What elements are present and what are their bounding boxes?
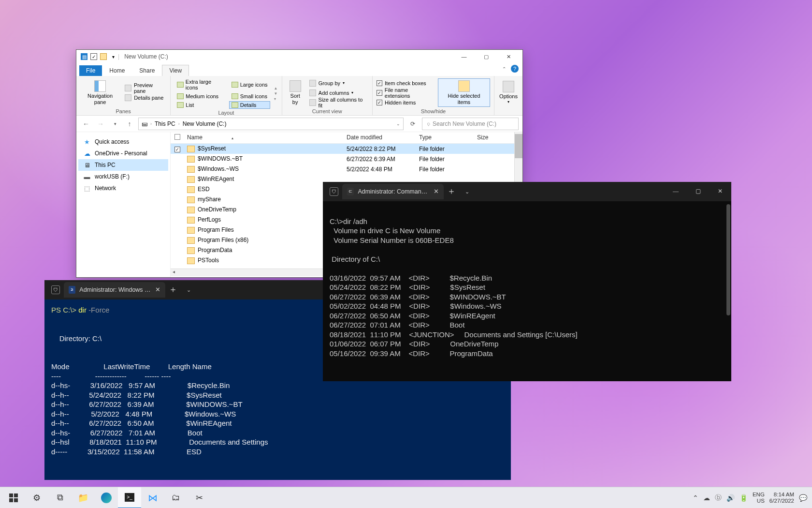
- col-name[interactable]: Name: [183, 134, 343, 141]
- nav-item-label: This PC: [95, 162, 116, 168]
- minimize-button[interactable]: —: [665, 182, 687, 201]
- search-box[interactable]: ⌕ Search New Volume (C:): [422, 118, 519, 130]
- file-row[interactable]: $Windows.~WS 5/2/2022 4:48 PMFile folder: [171, 164, 514, 174]
- cmd-window: ⛉ c: Administrator: Command Pror ✕ ＋ ⌄ —…: [323, 182, 731, 381]
- close-button[interactable]: ✕: [497, 50, 520, 63]
- file-row[interactable]: $WINDOWS.~BT 6/27/2022 6:39 AMFile folde…: [171, 154, 514, 164]
- folder-icon: [187, 247, 195, 254]
- folder-icon: [187, 156, 195, 163]
- nav-item[interactable]: ⬚Network: [78, 182, 168, 194]
- titlebar[interactable]: ▤ ✓ ▾ | New Volume (C:) — ▢ ✕: [76, 50, 522, 63]
- system-tray[interactable]: ⌃ ☁ ⓑ 🔊 🔋 ENGUS 8:14 AM6/27/2022 💬: [693, 492, 810, 504]
- breadcrumb-vol[interactable]: New Volume (C:): [183, 120, 227, 127]
- start-button[interactable]: [2, 487, 25, 508]
- nav-item[interactable]: 🖥This PC: [78, 159, 168, 171]
- recent-dropdown[interactable]: ▾: [109, 118, 121, 130]
- select-all-checkbox[interactable]: [174, 134, 180, 140]
- tab-home[interactable]: Home: [102, 65, 132, 76]
- ribbon-collapse-icon[interactable]: ⌃: [502, 66, 506, 72]
- gallery-down-icon[interactable]: ▼: [274, 91, 278, 96]
- col-size[interactable]: Size: [473, 134, 502, 141]
- powershell-icon: ≥: [69, 286, 75, 294]
- hide-selected-button[interactable]: Hide selected items: [438, 78, 490, 106]
- explorer-taskbar-icon[interactable]: 🗂: [164, 487, 188, 508]
- nav-item-label: Quick access: [95, 138, 129, 145]
- shield-icon: ⛉: [51, 285, 60, 294]
- settings-icon[interactable]: ⚙: [25, 487, 48, 508]
- tab-close-icon[interactable]: ✕: [434, 188, 439, 196]
- preview-pane-button[interactable]: Preview pane: [124, 84, 166, 92]
- edge-icon[interactable]: [95, 487, 118, 508]
- snip-icon[interactable]: ✂: [188, 487, 211, 508]
- volume-icon[interactable]: 🔊: [726, 494, 735, 502]
- new-tab-button[interactable]: ＋: [165, 282, 181, 298]
- up-button[interactable]: ↑: [124, 118, 135, 130]
- tab-view[interactable]: View: [162, 65, 189, 76]
- tab-dropdown-icon[interactable]: ⌄: [459, 184, 475, 199]
- address-bar[interactable]: 🖴› This PC› New Volume (C:) ⌄: [138, 118, 404, 130]
- col-modified[interactable]: Date modified: [343, 134, 415, 141]
- address-dropdown-icon[interactable]: ⌄: [396, 121, 400, 126]
- add-columns-button[interactable]: Add columns ▾: [308, 89, 368, 97]
- navigation-pane-button[interactable]: Navigation pane: [80, 79, 120, 105]
- terminal-tab[interactable]: ≥ Administrator: Windows Powe ✕: [64, 282, 165, 298]
- onedrive-icon[interactable]: ☁: [703, 494, 710, 502]
- maximize-button[interactable]: ▢: [475, 50, 497, 63]
- layout-gallery[interactable]: Extra large icons Large icons Medium ico…: [174, 78, 270, 109]
- file-row[interactable]: ✓ $SysReset 5/24/2022 8:22 PMFile folder: [171, 144, 514, 154]
- col-type[interactable]: Type: [415, 134, 473, 141]
- nav-item[interactable]: ▬workUSB (F:): [78, 171, 168, 182]
- notifications-icon[interactable]: 💬: [799, 494, 807, 502]
- minimize-button[interactable]: —: [453, 50, 475, 63]
- tab-close-icon[interactable]: ✕: [155, 286, 160, 294]
- qat-dropdown-icon[interactable]: ▾: [110, 53, 116, 60]
- gallery-more-icon[interactable]: ▾: [274, 97, 278, 101]
- gallery-up-icon[interactable]: ▲: [274, 86, 278, 90]
- ribbon: Navigation pane Preview pane Details pan…: [76, 76, 522, 116]
- options-button[interactable]: Options▾: [498, 80, 519, 105]
- new-tab-button[interactable]: ＋: [444, 184, 459, 199]
- terminal-icon[interactable]: >_: [118, 487, 141, 508]
- terminal-output[interactable]: C:\>dir /adh Volume in drive C is New Vo…: [323, 201, 731, 364]
- row-checkbox[interactable]: ✓: [174, 147, 180, 152]
- details-pane-button[interactable]: Details pane: [124, 93, 166, 102]
- nav-item-icon: ☁: [83, 149, 91, 157]
- back-button[interactable]: ←: [80, 118, 92, 130]
- maximize-button[interactable]: ▢: [687, 182, 709, 201]
- tab-file[interactable]: File: [79, 65, 102, 76]
- sort-by-button[interactable]: Sort by: [286, 79, 304, 105]
- breadcrumb-thispc[interactable]: This PC: [155, 120, 175, 127]
- nav-item-icon: ★: [83, 138, 91, 146]
- tray-overflow-icon[interactable]: ⌃: [693, 494, 698, 502]
- help-icon[interactable]: ?: [511, 65, 519, 73]
- task-view-icon[interactable]: ⧉: [48, 487, 72, 508]
- nav-pane[interactable]: ★Quick access☁OneDrive - Personal🖥This P…: [76, 132, 171, 277]
- folder-icon: [187, 196, 195, 203]
- item-checkboxes-toggle[interactable]: ✓Item check boxes: [377, 79, 434, 88]
- nav-item[interactable]: ☁OneDrive - Personal: [78, 148, 168, 159]
- file-ext-toggle[interactable]: ✓File name extensions: [377, 89, 434, 97]
- qat-folder-icon[interactable]: [100, 53, 107, 60]
- close-button[interactable]: ✕: [709, 182, 731, 201]
- group-label-panes: Panes: [80, 107, 166, 115]
- tab-share[interactable]: Share: [132, 65, 162, 76]
- group-by-button[interactable]: Group by ▾: [308, 79, 368, 88]
- ribbon-tabs: File Home Share View ⌃ ?: [76, 63, 522, 76]
- terminal-tab[interactable]: c: Administrator: Command Pror ✕: [342, 184, 444, 199]
- file-explorer-icon[interactable]: 📁: [72, 487, 95, 508]
- hidden-items-toggle[interactable]: ✓Hidden items: [377, 98, 434, 107]
- forward-button[interactable]: →: [95, 118, 106, 130]
- vscode-icon[interactable]: ⋈: [141, 487, 164, 508]
- terminal-tabbar[interactable]: ⛉ c: Administrator: Command Pror ✕ ＋ ⌄ —…: [323, 182, 731, 201]
- language-indicator[interactable]: ENGUS: [753, 492, 765, 504]
- battery-icon[interactable]: 🔋: [740, 494, 748, 502]
- bluetooth-icon[interactable]: ⓑ: [715, 493, 722, 502]
- clock[interactable]: 8:14 AM6/27/2022: [769, 492, 794, 504]
- scrollbar[interactable]: [726, 204, 730, 378]
- nav-item[interactable]: ★Quick access: [78, 136, 168, 148]
- taskbar[interactable]: ⚙ ⧉ 📁 >_ ⋈ 🗂 ✂ ⌃ ☁ ⓑ 🔊 🔋 ENGUS 8:14 AM6/…: [0, 487, 812, 508]
- size-all-columns-button[interactable]: Size all columns to fit: [308, 98, 368, 107]
- tab-dropdown-icon[interactable]: ⌄: [181, 282, 196, 298]
- qat-save-icon[interactable]: ✓: [90, 53, 97, 60]
- refresh-button[interactable]: ⟳: [406, 118, 419, 130]
